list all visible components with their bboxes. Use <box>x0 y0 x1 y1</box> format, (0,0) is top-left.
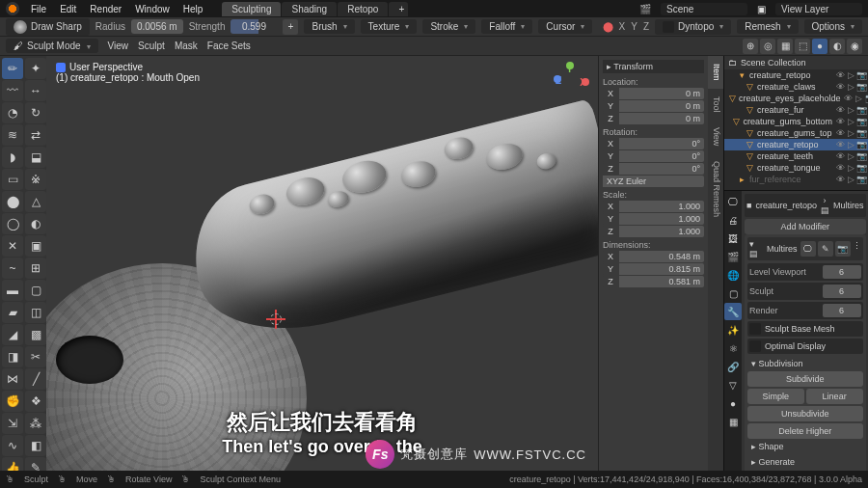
menu-file[interactable]: File <box>25 2 52 16</box>
ptab-physics-icon[interactable]: ⚛ <box>724 339 742 357</box>
restrict-icon[interactable]: ▷ <box>846 163 855 173</box>
npanel-tab-tool[interactable]: Tool <box>708 89 723 121</box>
box-mask-icon[interactable]: ▢ <box>25 280 46 301</box>
level-viewport-field[interactable]: 6 <box>823 265 861 279</box>
claythumb-brush-icon[interactable]: ◗ <box>2 147 23 168</box>
npanel-tab-item[interactable]: Item <box>708 56 723 89</box>
add-sub-toggle[interactable]: + <box>283 19 298 35</box>
multires-brush-icon[interactable]: ⊞ <box>25 258 46 279</box>
mesh-filter-icon[interactable]: ❖ <box>25 391 46 412</box>
tab-shading[interactable]: Shading <box>282 2 337 16</box>
restrict-icon[interactable]: ▷ <box>846 82 855 92</box>
3d-viewport[interactable]: User Perspective (1) creature_retopo : M… <box>46 56 598 488</box>
disable-icon[interactable]: 📷 <box>865 94 868 103</box>
menu-facesets[interactable]: Face Sets <box>207 41 251 51</box>
disable-icon[interactable]: 📷 <box>856 117 866 126</box>
disable-icon[interactable]: 📷 <box>856 151 866 161</box>
restrict-icon[interactable]: ▷ <box>846 128 855 138</box>
restrict-icon[interactable]: ▷ <box>846 117 855 126</box>
outliner-item[interactable]: ▽creature_gums_top👁▷📷 <box>724 127 868 139</box>
matprev-shading-icon[interactable]: ◐ <box>829 39 845 54</box>
outliner-item[interactable]: ▽creature_fur👁▷📷 <box>724 104 868 116</box>
mirror-y[interactable]: Y <box>631 21 637 32</box>
hide-icon[interactable]: 👁 <box>835 175 845 184</box>
ptab-constraint-icon[interactable]: 🔗 <box>724 358 742 375</box>
xray-toggle-icon[interactable]: ▦ <box>777 39 793 54</box>
disable-icon[interactable]: 📷 <box>856 70 866 80</box>
disable-icon[interactable]: 📷 <box>856 163 866 173</box>
smooth-brush-icon[interactable]: ~ <box>2 258 23 279</box>
sculpt-level-field[interactable]: 6 <box>823 285 861 298</box>
ptab-texture-icon[interactable]: ▦ <box>724 413 742 430</box>
mode-selector[interactable]: 🖌Sculpt Mode <box>6 39 98 53</box>
nudge-brush-icon[interactable]: ↔ <box>25 80 46 101</box>
strength-slider[interactable]: 0.599 <box>231 19 277 34</box>
ptab-particle-icon[interactable]: ✨ <box>724 321 742 339</box>
layer-brush-icon[interactable]: ▭ <box>2 169 23 190</box>
add-modifier-button[interactable]: Add Modifier <box>745 219 866 234</box>
claystrips-brush-icon[interactable]: ≋ <box>2 124 23 146</box>
generate-header[interactable]: ▸ Generate <box>747 454 863 470</box>
hide-icon[interactable]: 👁 <box>844 94 854 103</box>
outliner-item[interactable]: ▽creature_retopo👁▷📷 <box>724 139 868 150</box>
subdivision-header[interactable]: ▾ Subdivision <box>747 356 863 371</box>
disable-icon[interactable]: 📷 <box>856 128 866 138</box>
scene-field[interactable]: Scene <box>661 3 747 15</box>
mirror-x[interactable]: X <box>619 21 626 32</box>
menu-mask[interactable]: Mask <box>175 41 198 51</box>
disable-icon[interactable]: 📷 <box>856 175 866 184</box>
multiplane-brush-icon[interactable]: ◨ <box>2 346 23 367</box>
ptab-viewlayer-icon[interactable]: 🖼 <box>724 230 742 247</box>
loc-z-field[interactable]: 0 m <box>619 113 704 124</box>
inflate-brush-icon[interactable]: ⬤ <box>2 191 23 212</box>
slide-brush-icon[interactable]: ⇄ <box>25 124 46 146</box>
blob-brush-icon[interactable]: ◯ <box>2 213 23 234</box>
tab-retopo[interactable]: Retopo <box>338 2 388 16</box>
rot-y-field[interactable]: 0° <box>619 150 704 162</box>
rotation-mode[interactable]: XYZ Euler <box>603 176 704 187</box>
disable-icon[interactable]: 📷 <box>856 82 866 92</box>
hide-icon[interactable]: 👁 <box>835 163 845 173</box>
mask-brush-icon[interactable]: ◐ <box>25 213 46 234</box>
shape-header[interactable]: ▸ Shape <box>747 439 863 454</box>
outliner-item[interactable]: ▽creature_tongue👁▷📷 <box>724 162 868 174</box>
line-project-icon[interactable]: ╱ <box>25 368 46 390</box>
cloth-brush-icon[interactable]: ※ <box>25 169 46 190</box>
hide-icon[interactable]: 👁 <box>835 105 845 115</box>
rot-x-field[interactable]: 0° <box>619 138 704 149</box>
brush-preset[interactable]: Draw Sharp <box>6 18 90 36</box>
mirror-z[interactable]: Z <box>643 21 649 32</box>
cursor-menu[interactable]: Cursor <box>538 19 592 34</box>
crease-brush-icon[interactable]: ✕ <box>2 235 23 257</box>
scrape-brush-icon[interactable]: ◢ <box>2 324 23 345</box>
hide-icon[interactable]: 👁 <box>835 82 845 92</box>
outliner-item[interactable]: ▽creature_claws👁▷📷 <box>724 81 868 93</box>
nav-gizmo[interactable]: X Y Z <box>552 62 590 100</box>
dyntopo-menu[interactable]: Dyntopo <box>655 19 731 35</box>
rotate-brush-icon[interactable]: ↻ <box>25 102 46 123</box>
texture-menu[interactable]: Texture <box>361 19 418 34</box>
hide-icon[interactable]: 👁 <box>835 117 845 126</box>
loc-x-field[interactable]: 0 m <box>619 88 704 99</box>
scl-z-field[interactable]: 1.000 <box>619 226 704 237</box>
outliner-item[interactable]: ▽creature_gums_bottom👁▷📷 <box>724 116 868 127</box>
dyntopo-checkbox[interactable] <box>663 21 674 33</box>
ptab-material-icon[interactable]: ● <box>724 394 742 412</box>
box-hide-icon[interactable]: ◫ <box>25 302 46 323</box>
fill-brush-icon[interactable]: ▰ <box>2 302 23 323</box>
restrict-icon[interactable]: ▷ <box>854 94 864 103</box>
color-filter-icon[interactable]: ◧ <box>25 435 46 456</box>
brush-menu[interactable]: Brush <box>304 19 354 34</box>
optimal-display-checkbox[interactable] <box>749 340 761 352</box>
loc-y-field[interactable]: 0 m <box>619 100 704 112</box>
ptab-object-icon[interactable]: ▢ <box>724 285 742 302</box>
flatten-brush-icon[interactable]: ▬ <box>2 280 23 301</box>
box-faceset-icon[interactable]: ▩ <box>25 324 46 345</box>
clay-brush-icon[interactable]: ◔ <box>2 102 23 123</box>
menu-window[interactable]: Window <box>129 2 176 16</box>
cloth-filter-icon[interactable]: ⁂ <box>25 413 46 434</box>
falloff-menu[interactable]: Falloff <box>481 19 532 34</box>
options-menu[interactable]: Options <box>804 19 862 34</box>
dim-x-field[interactable]: 0.548 m <box>619 251 704 262</box>
ptab-output-icon[interactable]: 🖨 <box>724 211 742 229</box>
